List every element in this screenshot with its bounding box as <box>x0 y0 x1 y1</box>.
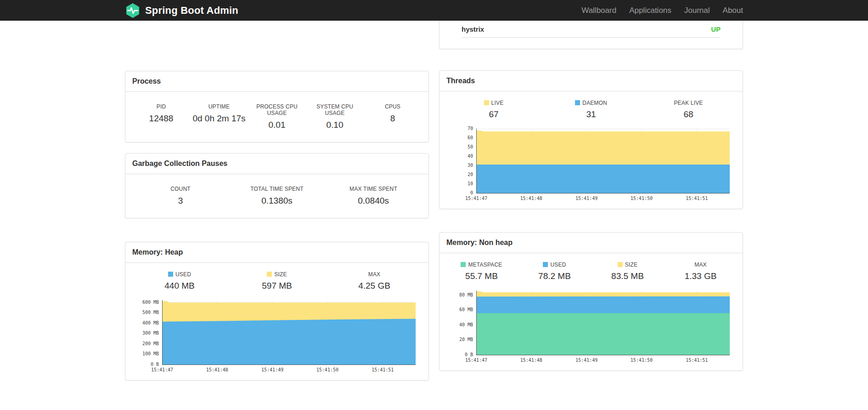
legend-item-size: SIZE 83.5 MB <box>591 262 664 281</box>
svg-text:60 MB: 60 MB <box>459 307 473 312</box>
metric-label: TOTAL TIME SPENT <box>229 186 325 192</box>
threads-body: LIVE 67 DAEMON 31 PEAK LIVE 68 010203040… <box>440 91 743 209</box>
svg-text:500 MB: 500 MB <box>142 310 159 315</box>
svg-text:10: 10 <box>468 181 473 186</box>
metric-label: SYSTEM CPU USAGE <box>306 103 364 116</box>
application-status-row[interactable]: hystrix UP <box>462 21 721 38</box>
svg-text:0 B: 0 B <box>151 362 159 367</box>
legend-item-max: MAX 1.33 GB <box>664 262 737 281</box>
legend-item-peak-live: PEAK LIVE 68 <box>640 100 737 120</box>
legend-label: PEAK LIVE <box>640 100 737 106</box>
legend-label: DAEMON <box>542 100 640 106</box>
metric-pid: PID 12488 <box>132 103 190 130</box>
memory-heap-chart: 0 B100 MB200 MB300 MB400 MB500 MB600 MB1… <box>134 296 420 376</box>
left-column: Process PID 12488 UPTIME 0d 0h 2m 17s PR… <box>125 21 429 381</box>
svg-text:15:41:49: 15:41:49 <box>261 367 283 372</box>
status-badge: UP <box>711 25 721 33</box>
svg-text:15:41:47: 15:41:47 <box>151 367 173 372</box>
svg-text:600 MB: 600 MB <box>142 300 159 305</box>
metric-label: PID <box>132 103 190 110</box>
svg-text:15:41:48: 15:41:48 <box>520 196 542 201</box>
size-color-swatch <box>267 272 272 277</box>
legend-label: MAX <box>664 262 737 268</box>
metric-value: 8 <box>364 114 422 124</box>
nav-link-applications[interactable]: Applications <box>623 6 678 15</box>
legend-item-used: USED 78.2 MB <box>518 262 591 281</box>
legend-label: METASPACE <box>445 262 518 268</box>
brand-link[interactable]: Spring Boot Admin <box>125 3 238 18</box>
legend-label: MAX <box>326 271 423 278</box>
nav-link-about[interactable]: About <box>716 6 743 15</box>
svg-text:15:41:47: 15:41:47 <box>465 358 487 363</box>
daemon-color-swatch <box>575 100 580 105</box>
metric-gc-max-time: MAX TIME SPENT 0.0840s <box>325 186 422 206</box>
svg-text:20 MB: 20 MB <box>459 337 473 342</box>
application-name-link[interactable]: hystrix <box>462 25 484 33</box>
navbar-container: Spring Boot Admin Wallboard Applications… <box>125 0 743 21</box>
svg-text:15:41:51: 15:41:51 <box>372 367 394 372</box>
svg-text:15:41:47: 15:41:47 <box>465 196 487 201</box>
memory-heap-panel: Memory: Heap USED 440 MB SIZE 597 MB MAX… <box>125 242 429 381</box>
svg-text:15:41:49: 15:41:49 <box>575 358 597 363</box>
right-column: hystrix UP Threads LIVE 67 DAEMON 31 <box>439 21 743 381</box>
memory-heap-panel-title: Memory: Heap <box>125 242 428 263</box>
metric-value: 3 <box>132 196 229 206</box>
svg-text:0 B: 0 B <box>465 352 473 357</box>
legend-label: SIZE <box>591 262 664 268</box>
svg-text:15:41:51: 15:41:51 <box>686 196 708 201</box>
metric-label: PROCESS CPU USAGE <box>248 103 306 116</box>
legend-item-live: LIVE 67 <box>445 100 542 120</box>
svg-text:15:41:50: 15:41:50 <box>631 358 653 363</box>
svg-text:40: 40 <box>468 154 473 159</box>
svg-text:50: 50 <box>468 144 473 149</box>
svg-text:40 MB: 40 MB <box>459 322 473 327</box>
metric-value: 0.1380s <box>229 196 325 206</box>
metric-label: UPTIME <box>190 103 248 110</box>
metric-label: MAX TIME SPENT <box>325 186 422 192</box>
gc-panel-title: Garbage Collection Pauses <box>125 154 428 174</box>
svg-text:15:41:51: 15:41:51 <box>686 358 708 363</box>
svg-text:0: 0 <box>470 190 473 195</box>
legend-value: 67 <box>445 109 542 120</box>
threads-panel: Threads LIVE 67 DAEMON 31 PEAK LIVE 68 <box>439 70 743 209</box>
used-color-swatch <box>168 272 173 277</box>
legend-label: SIZE <box>228 271 326 278</box>
process-panel: Process PID 12488 UPTIME 0d 0h 2m 17s PR… <box>125 71 429 142</box>
svg-text:15:41:50: 15:41:50 <box>316 367 338 372</box>
nav-link-wallboard[interactable]: Wallboard <box>575 6 623 15</box>
legend-value: 83.5 MB <box>591 271 664 281</box>
memory-heap-legend: USED 440 MB SIZE 597 MB MAX 4.25 GB <box>131 271 423 291</box>
svg-text:60: 60 <box>468 135 473 140</box>
metric-label: COUNT <box>132 186 229 192</box>
legend-item-metaspace: METASPACE 55.7 MB <box>445 262 518 281</box>
svg-text:300 MB: 300 MB <box>142 330 159 336</box>
svg-text:15:41:50: 15:41:50 <box>631 196 653 201</box>
live-color-swatch <box>484 100 489 105</box>
memory-nonheap-panel-title: Memory: Non heap <box>440 233 743 253</box>
svg-text:80 MB: 80 MB <box>459 292 473 297</box>
brand-title: Spring Boot Admin <box>145 5 238 17</box>
svg-text:100 MB: 100 MB <box>142 351 159 356</box>
main-content: Process PID 12488 UPTIME 0d 0h 2m 17s PR… <box>125 21 743 381</box>
used-color-swatch <box>543 262 548 267</box>
legend-label: LIVE <box>445 100 542 106</box>
metric-value: 0d 0h 2m 17s <box>190 114 248 124</box>
svg-text:15:41:48: 15:41:48 <box>206 367 228 372</box>
nav-link-journal[interactable]: Journal <box>678 6 716 15</box>
metric-label: CPUS <box>364 103 422 110</box>
metaspace-color-swatch <box>461 262 466 267</box>
legend-item-used: USED 440 MB <box>131 271 228 291</box>
legend-label: USED <box>518 262 591 268</box>
memory-nonheap-chart: 0 B20 MB40 MB60 MB80 MB15:41:4715:41:481… <box>448 287 734 367</box>
spring-boot-admin-logo-icon <box>125 3 141 18</box>
legend-item-size: SIZE 597 MB <box>228 271 326 291</box>
legend-value: 68 <box>640 109 737 120</box>
threads-chart: 01020304050607015:41:4715:41:4815:41:491… <box>448 125 734 205</box>
metric-process-cpu: PROCESS CPU USAGE 0.01 <box>248 103 306 130</box>
metric-value: 0.10 <box>306 120 364 130</box>
svg-text:200 MB: 200 MB <box>142 341 159 346</box>
process-panel-title: Process <box>125 71 428 92</box>
legend-value: 31 <box>542 109 640 120</box>
memory-heap-body: USED 440 MB SIZE 597 MB MAX 4.25 GB 0 B1… <box>125 263 428 380</box>
threads-panel-title: Threads <box>440 71 743 91</box>
